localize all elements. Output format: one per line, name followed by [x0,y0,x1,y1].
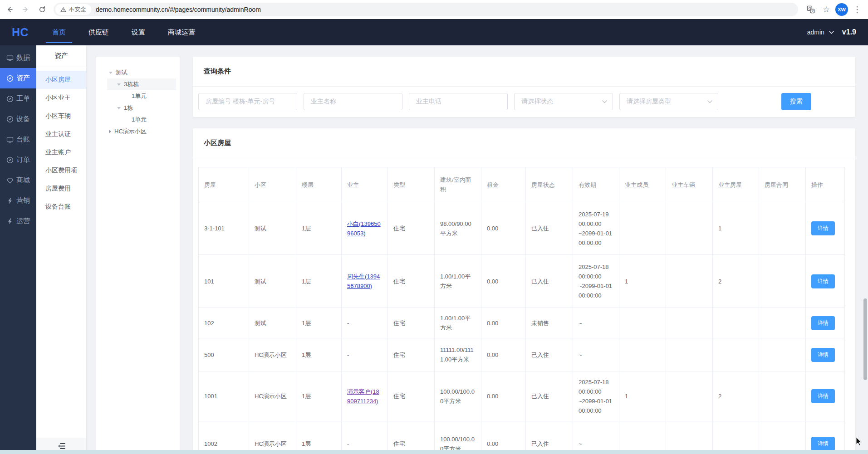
submenu-title: 资产 [36,45,86,67]
app-logo[interactable]: HC [12,26,29,39]
bookmark-star-button[interactable]: ☆ [820,3,833,16]
kebab-menu-icon: ⋮ [853,5,861,15]
cell-status: 已入住 [526,371,573,421]
cell-rent: 0.00 [481,371,526,421]
cell-type: 住宅 [388,202,435,255]
column-header-业主: 业主 [342,167,388,202]
cell-action: 详情 [806,338,845,371]
submenu-item-房屋费用[interactable]: 房屋费用 [36,180,86,198]
query-select-4[interactable]: 请选择房屋类型 [619,93,718,110]
submenu-item-小区车辆[interactable]: 小区车辆 [36,107,86,125]
nav-tab-1[interactable]: 供应链 [80,19,117,45]
sidebar-item-数据[interactable]: 数据 [0,48,36,68]
browser-reload-button[interactable] [35,3,49,16]
translate-icon: G 文 [807,5,815,14]
browser-menu-button[interactable]: ⋮ [851,3,863,16]
sidebar-item-台账[interactable]: 台账 [0,129,36,150]
cell-action: 详情 [806,371,845,421]
query-select-3[interactable]: 请选择状态 [514,93,613,110]
submenu-item-业主账户[interactable]: 业主账户 [36,143,86,161]
tree-node-1单元[interactable]: 1单元 [96,114,176,126]
owner-link[interactable]: 周先生(13945678900) [347,273,380,289]
submenu-item-小区业主[interactable]: 小区业主 [36,89,86,107]
tree-node-3栋栋[interactable]: 3栋栋 [96,78,176,90]
address-bar[interactable]: 不安全 demo.homecommunity.cn/#/pages/commun… [54,3,798,16]
cell-validity: 2025-07-18 00:00:00 ~2099-01-01 00:00:00 [573,371,619,421]
sidebar-item-资产[interactable]: 资产 [0,68,36,88]
search-button[interactable]: 搜索 [781,93,811,110]
tree-node-HC演示小区[interactable]: HC演示小区 [96,126,176,137]
cell-members: 1 [619,255,666,308]
submenu-spacer [36,216,86,438]
query-text-2[interactable]: 业主电话 [409,93,508,110]
security-chip[interactable]: 不安全 [55,4,91,15]
translate-button[interactable]: G 文 [804,3,817,16]
sidebar-item-设备[interactable]: 设备 [0,109,36,129]
caret-right-icon [109,130,111,133]
house-table-panel: 小区房屋 房屋小区楼层业主类型建筑/室内面积租金房屋状态有效期业主成员业主车辆业… [193,128,855,454]
cell-contract [759,338,806,371]
browser-forward-button[interactable] [19,3,33,16]
detail-button[interactable]: 详情 [811,274,835,288]
browser-actions: G 文 ☆ XW ⋮ [804,3,868,16]
query-text-0[interactable]: 房屋编号 楼栋-单元-房号 [198,93,297,110]
vertical-scrollbar[interactable] [863,298,867,380]
caret-down-icon [117,83,121,86]
cell-type: 住宅 [388,421,435,454]
tree-node-1单元[interactable]: 1单元 [96,90,176,102]
cell-members: 1 [619,371,666,421]
cell-community: 测试 [249,255,296,308]
sidebar-item-营销[interactable]: 营销 [0,190,36,211]
warning-icon [60,7,66,13]
nav-tab-2[interactable]: 设置 [123,19,153,45]
cell-vehicles [666,308,713,338]
tree-node-1栋[interactable]: 1栋 [96,102,176,114]
detail-button[interactable]: 详情 [811,348,835,362]
profile-avatar[interactable]: XW [835,3,848,16]
detail-button[interactable]: 详情 [811,221,835,235]
detail-button[interactable]: 详情 [811,389,835,403]
sidebar-item-订单[interactable]: 订单 [0,150,36,170]
nav-tab-3[interactable]: 商城运营 [160,19,203,45]
query-text-1[interactable]: 业主名称 [304,93,402,110]
table-header-row: 房屋小区楼层业主类型建筑/室内面积租金房屋状态有效期业主成员业主车辆业主房屋房屋… [199,167,845,202]
submenu-item-业主认证[interactable]: 业主认证 [36,125,86,143]
submenu-item-设备台账[interactable]: 设备台账 [36,198,86,216]
owner-link[interactable]: 演示客户(18909711234) [347,388,379,405]
sidebar-item-工单[interactable]: 工单 [0,88,36,109]
sidebar-item-运营[interactable]: 运营 [0,211,36,231]
tree-node-测试[interactable]: 测试 [96,67,176,78]
nav-tab-0[interactable]: 首页 [44,19,74,45]
sidebar-item-商城[interactable]: 商城 [0,170,36,190]
detail-button[interactable]: 详情 [811,437,835,451]
navbar-right: admin v1.9 [807,28,868,36]
cell-floor: 1层 [296,371,342,421]
table-row: 3-1-101测试1层小白(13965096053)住宅98.00/90.00平… [199,202,845,255]
column-header-房屋状态: 房屋状态 [526,167,573,202]
monitor-icon [6,54,14,62]
house-table: 房屋小区楼层业主类型建筑/室内面积租金房屋状态有效期业主成员业主车辆业主房屋房屋… [198,167,845,454]
submenu-item-小区房屋[interactable]: 小区房屋 [36,71,86,89]
cell-houses: 1 [713,202,759,255]
query-fields: 房屋编号 楼栋-单元-房号 业主名称 业主电话 请选择状态 请选择房屋类型 [198,93,718,110]
cell-validity: ~ [573,421,619,454]
cell-contract [759,255,806,308]
bolt-icon [6,197,14,205]
cell-status: 已入住 [526,255,573,308]
column-header-业主房屋: 业主房屋 [713,167,759,202]
chevron-down-icon [829,31,834,34]
cell-rent: 0.00 [481,421,526,454]
cell-house: 102 [199,308,249,338]
table-row: 102测试1层-住宅1.00/1.00平方米0.00未销售~ 详情 [199,308,845,338]
cell-houses: 2 [713,371,759,421]
owner-link[interactable]: 小白(13965096053) [347,220,381,237]
submenu-item-小区费用项[interactable]: 小区费用项 [36,161,86,180]
table-row: 1001HC演示小区1层演示客户(18909711234)住宅100.00/10… [199,371,845,421]
cell-contract [759,308,806,338]
reload-icon [38,5,46,14]
table-row: 1002HC演示小区1层-住宅100.00/100.00平方米0.00已入住~ … [199,421,845,454]
user-menu[interactable]: admin [807,29,824,36]
browser-back-button[interactable] [3,3,16,16]
detail-button[interactable]: 详情 [811,316,835,330]
cell-action: 详情 [806,255,845,308]
